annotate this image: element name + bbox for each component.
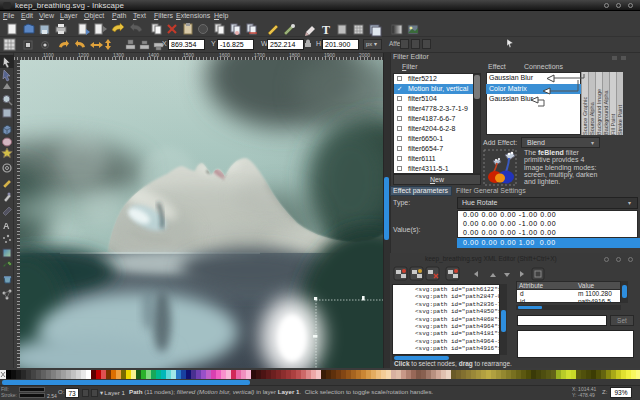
- svg-text:A: A: [3, 221, 10, 231]
- svg-text:T: T: [322, 23, 330, 37]
